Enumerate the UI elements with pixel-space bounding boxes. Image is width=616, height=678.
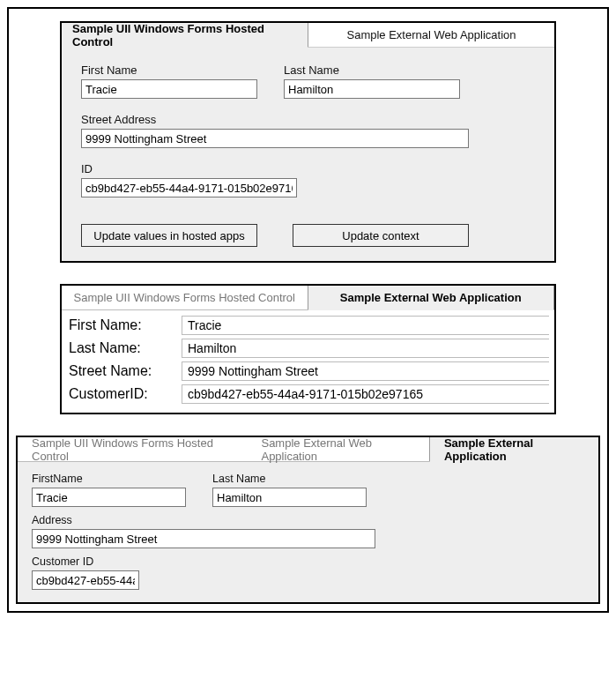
kv-first-name: First Name: Tracie	[67, 314, 549, 337]
label-id: ID	[81, 162, 535, 175]
tabs-panel2: Sample UII Windows Forms Hosted Control …	[62, 286, 554, 310]
field-street-address: Street Address	[81, 113, 535, 148]
input-customer-id-3[interactable]	[32, 570, 139, 590]
field-address-3: Address	[32, 514, 584, 548]
update-hosted-apps-button[interactable]: Update values in hosted apps	[81, 224, 257, 247]
input-last-name[interactable]	[284, 79, 460, 99]
kv-val-last-name[interactable]: Hamilton	[182, 339, 549, 358]
kv-key-first-name: First Name:	[67, 317, 182, 333]
panel-external-web: Sample UII Windows Forms Hosted Control …	[60, 284, 556, 414]
panel-winforms: Sample UII Windows Forms Hosted Control …	[60, 21, 556, 263]
label-first-name-3: FirstName	[32, 473, 186, 485]
field-last-name-3: Last Name	[212, 473, 367, 507]
tab-external-web-3[interactable]: Sample External Web Application	[247, 437, 428, 462]
kv-val-street-name[interactable]: 9999 Nottingham Street	[182, 361, 549, 381]
tab-winforms-hosted-2[interactable]: Sample UII Windows Forms Hosted Control	[62, 286, 308, 310]
field-first-name-3: FirstName	[32, 473, 186, 507]
kv-customer-id: CustomerID: cb9bd427-eb55-44a4-9171-015b…	[67, 383, 549, 406]
tabs-panel3: Sample UII Windows Forms Hosted Control …	[18, 437, 598, 462]
label-first-name: First Name	[81, 63, 257, 77]
input-first-name[interactable]	[81, 79, 257, 99]
field-first-name: First Name	[81, 63, 257, 99]
input-last-name-3[interactable]	[212, 488, 367, 507]
label-street-address: Street Address	[81, 113, 535, 126]
kv-val-first-name[interactable]: Tracie	[182, 316, 549, 335]
kv-street-name: Street Name: 9999 Nottingham Street	[67, 360, 549, 383]
tabs-panel1: Sample UII Windows Forms Hosted Control …	[62, 23, 554, 48]
input-id[interactable]	[81, 178, 297, 197]
tab-external-app-3[interactable]: Sample External Application	[429, 437, 598, 462]
panel2-body: First Name: Tracie Last Name: Hamilton S…	[62, 310, 554, 413]
tab-winforms-hosted-3[interactable]: Sample UII Windows Forms Hosted Control	[18, 437, 247, 462]
document-root: Sample UII Windows Forms Hosted Control …	[7, 7, 609, 613]
label-customer-id-3: Customer ID	[32, 555, 584, 568]
input-address-3[interactable]	[32, 529, 375, 548]
kv-last-name: Last Name: Hamilton	[67, 337, 549, 360]
kv-val-customer-id[interactable]: cb9bd427-eb55-44a4-9171-015b02e97165	[182, 384, 549, 404]
panel-external-app: Sample UII Windows Forms Hosted Control …	[16, 436, 600, 604]
input-first-name-3[interactable]	[32, 488, 186, 507]
field-customer-id-3: Customer ID	[32, 555, 584, 590]
field-last-name: Last Name	[284, 63, 460, 99]
input-street-address[interactable]	[81, 129, 469, 148]
kv-key-customer-id: CustomerID:	[67, 386, 182, 402]
label-last-name: Last Name	[284, 63, 460, 77]
panel1-body: First Name Last Name Street Address ID U…	[62, 48, 554, 261]
kv-key-street-name: Street Name:	[67, 363, 182, 379]
update-context-button[interactable]: Update context	[293, 224, 469, 247]
field-id: ID	[81, 162, 535, 197]
tab-external-web[interactable]: Sample External Web Application	[308, 23, 554, 48]
kv-key-last-name: Last Name:	[67, 340, 182, 356]
label-address-3: Address	[32, 514, 584, 526]
tab-winforms-hosted[interactable]: Sample UII Windows Forms Hosted Control	[62, 23, 308, 48]
tab-external-web-2[interactable]: Sample External Web Application	[308, 286, 555, 310]
panel3-body: FirstName Last Name Address Customer ID	[18, 462, 598, 602]
label-last-name-3: Last Name	[212, 473, 367, 485]
